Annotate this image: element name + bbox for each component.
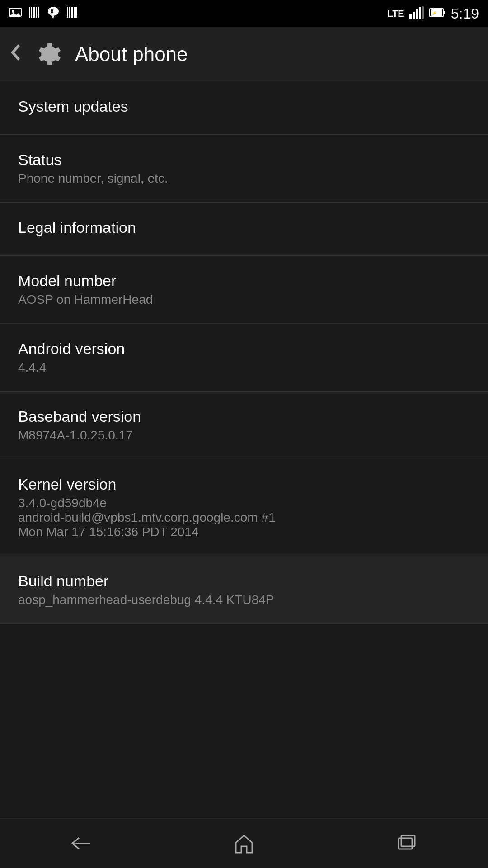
kernel-version-title: Kernel version (18, 476, 470, 493)
svg-rect-13 (71, 7, 73, 18)
kernel-version-value: 3.4.0-gd59db4e android-build@vpbs1.mtv.c… (18, 496, 470, 539)
build-number-title: Build number (18, 572, 470, 590)
svg-rect-11 (67, 7, 68, 18)
status-subtitle: Phone number, signal, etc. (18, 171, 470, 186)
android-version-item[interactable]: Android version 4.4.4 (0, 324, 488, 392)
kernel-version-item[interactable]: Kernel version 3.4.0-gd59db4e android-bu… (0, 459, 488, 556)
action-bar: About phone (0, 27, 488, 81)
barcode-icon-1 (29, 7, 40, 20)
svg-rect-6 (36, 7, 37, 18)
svg-rect-5 (33, 7, 35, 18)
recents-nav-button[interactable] (380, 826, 434, 862)
svg-rect-12 (69, 7, 70, 18)
android-version-value: 4.4.4 (18, 360, 470, 375)
svg-rect-3 (29, 7, 30, 18)
svg-rect-22 (443, 11, 445, 14)
svg-text:II: II (51, 9, 53, 14)
baseband-version-value: M8974A-1.0.25.0.17 (18, 428, 470, 443)
svg-rect-16 (409, 14, 412, 19)
svg-point-1 (12, 10, 14, 13)
system-updates-title: System updates (18, 98, 470, 115)
signal-strength-icon (409, 6, 424, 21)
model-number-title: Model number (18, 272, 470, 290)
clock: 5:19 (451, 5, 479, 22)
barcode-icon-2 (67, 7, 78, 20)
svg-rect-7 (38, 7, 39, 18)
model-number-value: AOSP on HammerHead (18, 292, 470, 307)
svg-rect-14 (74, 7, 75, 18)
svg-rect-15 (75, 7, 77, 18)
svg-rect-17 (413, 12, 415, 19)
lte-label: LTE (387, 9, 404, 19)
status-bar: II LTE (0, 0, 488, 27)
home-nav-button[interactable] (217, 826, 271, 862)
svg-rect-18 (416, 9, 418, 19)
build-number-value: aosp_hammerhead-userdebug 4.4.4 KTU84P (18, 593, 470, 607)
svg-point-8 (48, 7, 59, 16)
svg-marker-25 (11, 44, 20, 61)
speech-bubble-icon: II (47, 6, 60, 21)
status-bar-right-icons: LTE ⚡ 5:19 (387, 5, 479, 22)
back-nav-button[interactable] (54, 826, 108, 862)
navigation-bar (0, 818, 488, 868)
android-version-title: Android version (18, 340, 470, 358)
svg-rect-20 (422, 6, 424, 19)
build-number-item[interactable]: Build number aosp_hammerhead-userdebug 4… (0, 556, 488, 624)
svg-rect-4 (31, 7, 32, 18)
legal-information-title: Legal information (18, 219, 470, 236)
baseband-version-title: Baseband version (18, 408, 470, 425)
settings-gear-icon (34, 38, 66, 70)
svg-text:⚡: ⚡ (432, 10, 437, 16)
legal-information-item[interactable]: Legal information (0, 203, 488, 256)
svg-marker-2 (9, 13, 21, 16)
svg-marker-27 (236, 835, 252, 853)
page-title: About phone (75, 43, 188, 66)
system-updates-item[interactable]: System updates (0, 81, 488, 135)
status-bar-left-icons: II (9, 6, 78, 21)
settings-list: System updates Status Phone number, sign… (0, 81, 488, 818)
model-number-item[interactable]: Model number AOSP on HammerHead (0, 256, 488, 324)
status-item[interactable]: Status Phone number, signal, etc. (0, 135, 488, 203)
status-title: Status (18, 151, 470, 169)
svg-rect-19 (419, 7, 421, 19)
battery-icon: ⚡ (429, 7, 446, 20)
back-button[interactable] (9, 44, 25, 65)
baseband-version-item[interactable]: Baseband version M8974A-1.0.25.0.17 (0, 392, 488, 459)
svg-marker-9 (51, 15, 54, 19)
image-notification-icon (9, 7, 22, 20)
